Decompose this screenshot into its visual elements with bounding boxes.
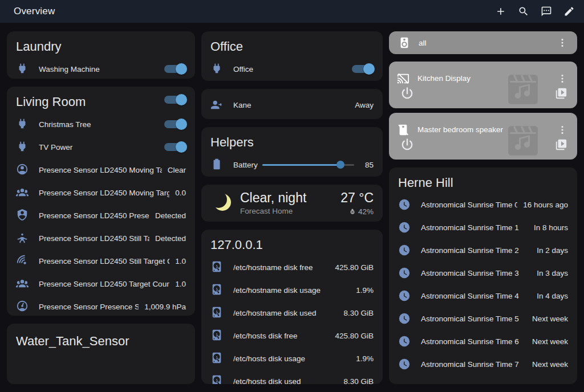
page-title: Overview xyxy=(14,6,55,17)
entity-row-sunrise-3[interactable]: Astronomical Sunrise Time 3 In 3 days xyxy=(389,262,577,285)
entity-value: In 3 days xyxy=(537,269,568,277)
entity-row-hostname-disk-used[interactable]: /etc/hostname disk used 8.30 GiB xyxy=(201,301,383,324)
media-player-all-card[interactable]: all xyxy=(389,31,577,54)
entity-row-still-target-count[interactable]: Presence Sensor LD2450 Still Target Coun… xyxy=(7,250,195,272)
entity-label: Astronomical Sunrise Time 1 xyxy=(421,223,528,232)
card-title-office: Office xyxy=(201,31,383,58)
washing-machine-toggle[interactable] xyxy=(164,65,186,73)
battery-value: 85 xyxy=(354,161,374,169)
power-plug-icon xyxy=(210,62,224,76)
media-kitchen-power-button[interactable] xyxy=(396,82,419,105)
entity-label: Kane xyxy=(233,101,349,109)
harddisk-icon xyxy=(210,329,224,342)
media-kitchen-browse-media-button[interactable] xyxy=(550,82,573,105)
entity-label: Astronomical Sunrise Time 7 xyxy=(421,360,526,369)
left-column: Laundry Washing Machine Living Room Chri… xyxy=(7,31,195,392)
entity-row-sunrise-7[interactable]: Astronomical Sunrise Time 7 Next week xyxy=(389,353,577,376)
entity-label: Presence Sensor LD2450 Still Target Coun… xyxy=(39,257,169,266)
weather-card[interactable]: Clear, night Forecast Home 27 °C 42% xyxy=(201,185,383,222)
entity-value: 1.9% xyxy=(356,354,374,363)
entity-value: Next week xyxy=(532,337,568,346)
clock-icon xyxy=(398,289,412,303)
entity-row-moving-target-count[interactable]: Presence Sensor LD2450 Moving Target Co.… xyxy=(7,181,195,204)
entity-row-hostname-disk-free[interactable]: /etc/hostname disk free 425.80 GiB xyxy=(201,256,383,279)
weather-condition: Clear, night xyxy=(240,190,340,206)
entity-row-sunrise-1[interactable]: Astronomical Sunrise Time 1 In 8 hours xyxy=(389,217,577,239)
media-master-browse-media-button[interactable] xyxy=(550,133,573,156)
entity-label: Astronomical Sunrise Time 0 xyxy=(421,201,517,209)
entity-value: In 4 days xyxy=(537,292,568,300)
clock-icon xyxy=(398,335,412,349)
tv-power-toggle[interactable] xyxy=(164,143,186,151)
media-master-power-button[interactable] xyxy=(396,133,419,156)
helpers-card: Helpers Battery 85 xyxy=(201,127,383,177)
entity-row-kane[interactable]: Kane Away xyxy=(201,89,383,119)
entity-row-sunrise-2[interactable]: Astronomical Sunrise Time 2 In 2 days xyxy=(389,239,577,262)
office-toggle[interactable] xyxy=(352,65,374,73)
battery-slider[interactable] xyxy=(262,161,354,169)
add-button[interactable] xyxy=(489,0,512,23)
entity-row-moving-target[interactable]: Presence Sensor LD2450 Moving Target Cle… xyxy=(7,158,195,181)
power-plug-icon xyxy=(16,62,30,76)
water-percent-icon xyxy=(348,207,356,215)
entity-value: Next week xyxy=(532,360,568,369)
entity-value: 425.80 GiB xyxy=(335,332,374,340)
media-player-name: all xyxy=(419,39,551,47)
media-all-menu-button[interactable] xyxy=(551,31,574,54)
power-icon xyxy=(399,137,415,153)
entity-value: Away xyxy=(355,101,374,109)
entity-row-hosts-disk-usage[interactable]: /etc/hosts disk usage 1.9% xyxy=(201,347,383,370)
entity-value: 8.30 GiB xyxy=(343,309,374,317)
living-room-master-toggle[interactable] xyxy=(164,96,186,104)
christmas-tree-toggle[interactable] xyxy=(164,120,186,128)
pencil-icon xyxy=(563,6,575,17)
entity-label: /etc/hosts disk free xyxy=(233,332,329,340)
battery-slider-thumb[interactable] xyxy=(336,161,344,169)
assist-chat-icon xyxy=(541,6,552,17)
motion-sensor-icon xyxy=(16,254,30,268)
entity-value: In 2 days xyxy=(537,246,568,255)
entity-row-christmas-tree[interactable]: Christmas Tree xyxy=(7,113,195,136)
host-card: 127.0.0.1 /etc/hostname disk free 425.80… xyxy=(201,230,383,384)
entity-row-hosts-disk-used[interactable]: /etc/hosts disk used 8.30 GiB xyxy=(201,370,383,384)
entity-row-hostname-disk-usage[interactable]: /etc/hostname disk usage 1.9% xyxy=(201,279,383,301)
entity-row-hosts-disk-free[interactable]: /etc/hosts disk free 425.80 GiB xyxy=(201,324,383,347)
laundry-card: Laundry Washing Machine xyxy=(7,31,195,79)
entity-value: Detected xyxy=(155,234,186,243)
entity-row-washing-machine[interactable]: Washing Machine xyxy=(7,58,195,79)
media-player-master-bedroom-card[interactable]: Master bedroom speaker xyxy=(389,113,577,160)
entity-row-office-switch[interactable]: Office xyxy=(201,58,383,80)
entity-row-still-target[interactable]: Presence Sensor LD2450 Still Target Dete… xyxy=(7,227,195,250)
entity-row-pressure[interactable]: Presence Sensor Presence Sensor ... 1,00… xyxy=(7,295,195,316)
entity-row-tv-power[interactable]: TV Power xyxy=(7,136,195,158)
harddisk-icon xyxy=(210,352,224,365)
entity-row-sunrise-5[interactable]: Astronomical Sunrise Time 5 Next week xyxy=(389,308,577,330)
clock-icon xyxy=(398,198,412,212)
search-button[interactable] xyxy=(512,0,535,23)
entity-row-sunrise-4[interactable]: Astronomical Sunrise Time 4 In 4 days xyxy=(389,285,577,308)
entity-label: /etc/hosts disk used xyxy=(233,377,338,384)
battery-slider-fill xyxy=(262,164,340,166)
water-tank-sensor-card: Water_Tank_Sensor xyxy=(7,324,195,384)
speaker-icon xyxy=(398,36,411,49)
entity-row-sunrise-6[interactable]: Astronomical Sunrise Time 6 Next week xyxy=(389,330,577,353)
entity-label: /etc/hosts disk usage xyxy=(233,354,350,363)
entity-label: Washing Machine xyxy=(39,65,164,74)
entity-value: 0.0 xyxy=(175,189,186,197)
entity-row-presence[interactable]: Presence Sensor LD2450 Presence Detected xyxy=(7,204,195,227)
card-title-laundry: Laundry xyxy=(7,31,195,58)
assist-button[interactable] xyxy=(535,0,558,23)
entity-row-sunrise-0[interactable]: Astronomical Sunrise Time 0 16 hours ago xyxy=(389,194,577,217)
account-arrow-right-icon xyxy=(210,99,224,112)
office-card: Office Office xyxy=(201,31,383,81)
entity-value: 1,009.9 hPa xyxy=(144,303,186,311)
entity-value: Next week xyxy=(532,315,568,323)
account-group-icon xyxy=(16,277,30,291)
media-player-kitchen-display-card[interactable]: Kitchen Display xyxy=(389,62,577,108)
harddisk-icon xyxy=(210,374,224,384)
entity-row-target-count[interactable]: Presence Sensor LD2450 Target Count 1.0 xyxy=(7,272,195,295)
edit-dashboard-button[interactable] xyxy=(558,0,581,23)
harddisk-icon xyxy=(210,306,224,320)
entity-row-battery[interactable]: Battery 85 xyxy=(201,153,383,176)
meditation-icon xyxy=(16,231,30,245)
